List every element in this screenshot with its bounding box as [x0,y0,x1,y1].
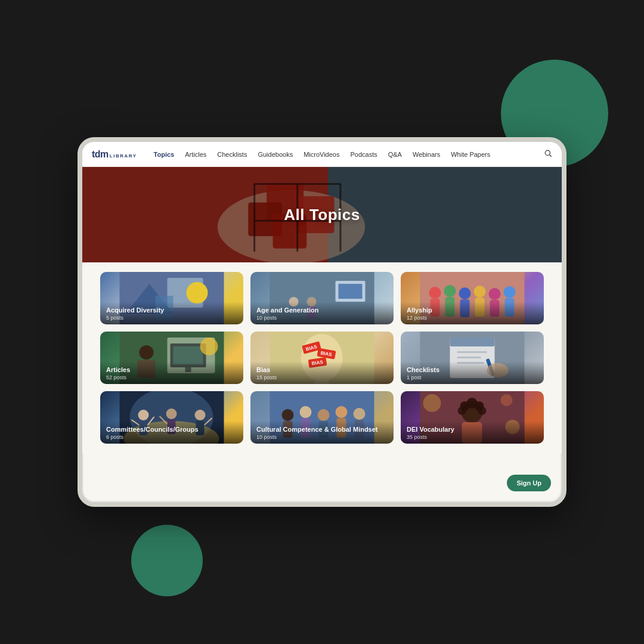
svg-point-18 [187,282,208,304]
nav-webinars[interactable]: Webinars [413,151,440,158]
card-title-committees: Committees/Councils/Groups [106,426,237,434]
card-title-dei-vocabulary: DEI Vocabulary [407,426,538,434]
card-title-cultural-competence: Cultural Competence & Global Mindset [256,426,388,434]
topic-card-age-and-generation[interactable]: Age and Generation10 posts [250,272,394,324]
logo-library: LIBRARY [110,153,137,159]
hero-title: All Topics [284,206,360,224]
svg-point-30 [429,287,441,299]
topic-card-cultural-competence[interactable]: Cultural Competence & Global Mindset10 p… [250,391,394,444]
svg-point-85 [318,409,330,421]
navbar: tdm LIBRARY Topics Articles Checklists G… [82,142,562,167]
svg-rect-23 [339,284,363,299]
svg-point-102 [501,394,513,406]
card-title-allyship: Allyship [407,306,538,314]
card-title-acquired-diversity: Acquired Diversity [106,306,237,314]
svg-rect-61 [450,338,495,346]
card-image-cultural-competence: Cultural Competence & Global Mindset10 p… [250,391,394,444]
card-posts-age-and-generation: 10 posts [256,315,388,321]
card-image-articles: Articles52 posts [100,332,243,384]
card-posts-dei-vocabulary: 35 posts [407,434,538,440]
card-title-articles: Articles [106,366,237,374]
svg-point-77 [195,410,206,420]
svg-point-89 [354,408,366,420]
card-overlay-cultural-competence: Cultural Competence & Global Mindset10 p… [250,421,394,444]
topic-card-committees[interactable]: Committees/Councils/Groups6 posts [100,391,243,444]
svg-rect-62 [457,351,487,353]
card-overlay-bias: Bias15 posts [250,361,394,384]
card-posts-cultural-competence: 10 posts [256,434,388,440]
svg-point-87 [336,406,348,418]
topics-grid: Acquired Diversity5 posts Age and Genera… [82,262,562,453]
svg-point-100 [423,394,441,412]
card-image-age-and-generation: Age and Generation10 posts [250,272,394,324]
svg-point-49 [200,338,218,355]
topic-card-checklists[interactable]: Checklists1 post [401,332,544,384]
card-posts-checklists: 1 post [407,374,538,380]
card-image-acquired-diversity: Acquired Diversity5 posts [100,272,243,324]
topic-card-allyship[interactable]: Allyship12 posts [401,272,544,324]
svg-point-36 [474,286,486,298]
nav-articles[interactable]: Articles [185,151,206,158]
nav-whitepapers[interactable]: White Papers [451,151,490,158]
card-image-committees: Committees/Councils/Groups6 posts [100,391,243,444]
card-overlay-acquired-diversity: Acquired Diversity5 posts [100,302,243,324]
svg-point-32 [444,285,456,297]
topic-card-dei-vocabulary[interactable]: DEI Vocabulary35 posts [401,391,544,444]
card-posts-acquired-diversity: 5 posts [106,315,237,321]
tablet-device: tdm LIBRARY Topics Articles Checklists G… [78,137,566,507]
card-overlay-allyship: Allyship12 posts [401,302,544,324]
card-title-bias: Bias [256,366,388,374]
card-image-allyship: Allyship12 posts [401,272,544,324]
svg-point-83 [300,406,312,418]
card-image-checklists: Checklists1 post [401,332,544,384]
card-posts-bias: 15 posts [256,374,388,380]
svg-point-81 [282,409,294,421]
nav-topics[interactable]: Topics [154,151,175,158]
card-title-checklists: Checklists [407,366,538,374]
svg-point-38 [489,288,501,300]
nav-guidebooks[interactable]: Guidebooks [258,151,293,158]
nav-podcasts[interactable]: Podcasts [350,151,377,158]
card-overlay-checklists: Checklists1 post [401,361,544,384]
topic-card-bias[interactable]: BIAS BIAS BIAS Bias15 posts [250,332,394,384]
svg-point-40 [504,286,516,298]
nav-microvideos[interactable]: MicroVideos [304,151,339,158]
card-posts-allyship: 12 posts [407,315,538,321]
hero-banner: All Topics [82,167,562,262]
bg-circle-bottom-left [131,525,203,596]
card-image-bias: BIAS BIAS BIAS Bias15 posts [250,332,394,384]
nav-qanda[interactable]: Q&A [388,151,402,158]
card-title-age-and-generation: Age and Generation [256,306,388,314]
search-icon[interactable] [544,149,552,159]
signup-button[interactable]: Sign Up [507,475,551,491]
card-overlay-dei-vocabulary: DEI Vocabulary35 posts [401,421,544,444]
card-posts-articles: 52 posts [106,374,237,380]
svg-point-98 [478,407,487,415]
card-overlay-committees: Committees/Councils/Groups6 posts [100,421,243,444]
logo-tdm: tdm [92,149,109,160]
svg-point-44 [140,345,154,360]
nav-checklists[interactable]: Checklists [217,151,247,158]
svg-rect-63 [457,357,481,358]
topic-card-acquired-diversity[interactable]: Acquired Diversity5 posts [100,272,243,324]
card-posts-committees: 6 posts [106,434,237,440]
svg-point-34 [459,287,471,299]
topic-card-articles[interactable]: Articles52 posts [100,332,243,384]
svg-point-70 [138,410,149,420]
svg-line-1 [550,155,552,157]
card-image-dei-vocabulary: DEI Vocabulary35 posts [401,391,544,444]
logo[interactable]: tdm LIBRARY [92,149,137,160]
card-overlay-articles: Articles52 posts [100,361,243,384]
svg-point-0 [545,150,550,155]
svg-point-74 [166,408,177,419]
card-overlay-age-and-generation: Age and Generation10 posts [250,302,394,324]
svg-point-97 [458,407,466,415]
